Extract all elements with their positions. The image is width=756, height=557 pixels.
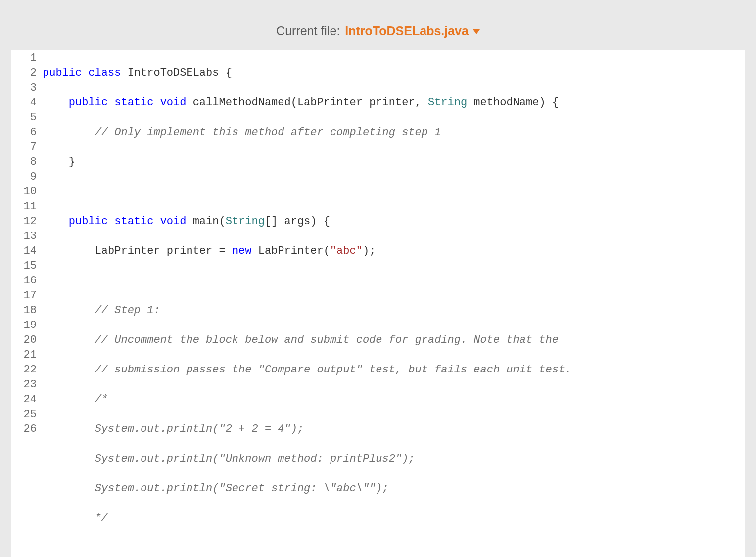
code-line[interactable]: /* <box>43 392 739 407</box>
line-number: 19 <box>15 318 37 333</box>
line-number: 14 <box>15 244 37 259</box>
line-number: 26 <box>15 422 37 437</box>
caret-down-icon <box>473 29 480 34</box>
line-number: 8 <box>15 155 37 170</box>
line-number: 7 <box>15 140 37 155</box>
line-number: 21 <box>15 348 37 363</box>
code-line[interactable]: // submission passes the "Compare output… <box>43 363 739 377</box>
code-line[interactable]: System.out.println("Secret string: \"abc… <box>43 481 739 496</box>
line-number: 9 <box>15 170 37 185</box>
code-line[interactable]: System.out.println("2 + 2 = 4"); <box>43 422 739 437</box>
code-line[interactable] <box>43 541 739 556</box>
line-number: 23 <box>15 377 37 392</box>
code-line[interactable]: LabPrinter printer = new LabPrinter("abc… <box>43 244 739 259</box>
line-number: 15 <box>15 259 37 274</box>
code-line[interactable]: System.out.println("Unknown method: prin… <box>43 452 739 466</box>
code-area[interactable]: public class IntroToDSELabs { public sta… <box>40 50 745 557</box>
code-line[interactable]: public static void callMethodNamed(LabPr… <box>43 95 739 110</box>
code-line[interactable]: */ <box>43 511 739 526</box>
current-file-label: Current file: <box>276 24 340 38</box>
line-number: 12 <box>15 214 37 229</box>
line-number: 18 <box>15 303 37 318</box>
line-number: 4 <box>15 95 37 110</box>
code-editor[interactable]: 1 2 3 4 5 6 7 8 9 10 11 12 13 14 15 16 1… <box>11 50 745 557</box>
code-line[interactable]: // Only implement this method after comp… <box>43 125 739 140</box>
line-number: 24 <box>15 392 37 407</box>
code-line[interactable]: public class IntroToDSELabs { <box>43 66 739 81</box>
line-number: 11 <box>15 199 37 214</box>
file-header: Current file: IntroToDSELabs.java <box>11 10 745 50</box>
code-line[interactable] <box>43 274 739 288</box>
code-line[interactable]: public static void main(String[] args) { <box>43 214 739 229</box>
code-line[interactable]: // Step 1: <box>43 303 739 318</box>
line-number-gutter: 1 2 3 4 5 6 7 8 9 10 11 12 13 14 15 16 1… <box>11 50 40 557</box>
line-number: 1 <box>15 51 37 66</box>
line-number: 25 <box>15 407 37 422</box>
code-line[interactable] <box>43 185 739 199</box>
line-number: 3 <box>15 81 37 95</box>
current-file-name: IntroToDSELabs.java <box>345 24 469 38</box>
line-number: 17 <box>15 288 37 303</box>
code-line[interactable]: // Uncomment the block below and submit … <box>43 333 739 348</box>
file-dropdown[interactable]: IntroToDSELabs.java <box>345 24 480 38</box>
line-number: 6 <box>15 125 37 140</box>
line-number: 10 <box>15 185 37 199</box>
line-number: 13 <box>15 229 37 244</box>
code-line[interactable]: } <box>43 155 739 170</box>
line-number: 20 <box>15 333 37 348</box>
line-number: 16 <box>15 274 37 288</box>
line-number: 22 <box>15 363 37 377</box>
line-number: 2 <box>15 66 37 81</box>
line-number: 5 <box>15 110 37 125</box>
